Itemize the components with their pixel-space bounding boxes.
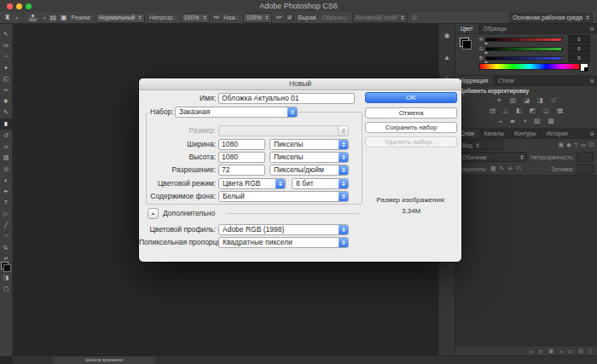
- tab-timeline[interactable]: Шкала времени: [53, 356, 155, 364]
- background-dropdown[interactable]: Белый: [218, 191, 349, 202]
- preset-dropdown[interactable]: Заказная: [175, 107, 298, 118]
- photo-filter-icon[interactable]: ◩: [530, 107, 536, 114]
- close-window-icon[interactable]: [7, 3, 13, 9]
- brush-picker-caret-icon[interactable]: ▾: [43, 15, 46, 20]
- lock-all-icon[interactable]: ⊓: [516, 165, 520, 172]
- zoom-tool[interactable]: ⚲: [0, 242, 13, 253]
- delete-preset-button[interactable]: Удалить набор...: [365, 136, 457, 147]
- lock-position-icon[interactable]: ✛: [507, 165, 513, 172]
- crop-tool[interactable]: ◱: [0, 73, 13, 84]
- gradient-tool[interactable]: ▨: [0, 152, 13, 163]
- color-spectrum-ramp[interactable]: [479, 63, 580, 70]
- tab-channels[interactable]: Каналы: [479, 129, 509, 138]
- pen-tool[interactable]: ✒: [0, 186, 13, 197]
- pixel-aspect-dropdown[interactable]: Квадратные пиксели: [218, 237, 349, 248]
- flow-dropdown[interactable]: 100%: [243, 13, 272, 23]
- black-white-chips[interactable]: [580, 63, 588, 72]
- vibrance-icon[interactable]: ▽: [551, 96, 556, 104]
- filter-shape-icon[interactable]: ▭: [581, 142, 587, 148]
- layer-filter-dropdown[interactable]: Вид: [459, 140, 503, 150]
- new-adjustment-layer-icon[interactable]: ◑: [559, 349, 562, 355]
- ignore-adjustment-layers-icon[interactable]: ⊘: [412, 14, 418, 22]
- size-dropdown[interactable]: [218, 125, 349, 136]
- panel-menu-icon[interactable]: ≣: [589, 129, 594, 138]
- layer-blend-mode-dropdown[interactable]: Обычные: [459, 152, 527, 162]
- shape-tool[interactable]: ╱: [0, 219, 13, 230]
- name-input[interactable]: Обложка Актуально 01: [218, 93, 355, 104]
- bit-depth-dropdown[interactable]: 8 бит: [292, 178, 349, 189]
- healing-brush-tool[interactable]: ✚: [0, 95, 13, 107]
- sample-dropdown[interactable]: Активный слой: [352, 13, 408, 23]
- tab-styles[interactable]: Стили: [493, 76, 519, 85]
- advanced-disclosure-button[interactable]: ▲: [148, 208, 159, 219]
- lasso-tool[interactable]: ∽: [0, 50, 13, 61]
- marquee-tool[interactable]: ▭: [0, 39, 13, 50]
- invert-icon[interactable]: ◒: [498, 117, 502, 124]
- sparkle-panel-icon[interactable]: ✱: [444, 32, 450, 40]
- width-input[interactable]: 1080: [218, 139, 265, 150]
- minimize-window-icon[interactable]: [16, 3, 22, 9]
- airbrush-icon[interactable]: ✑: [214, 14, 220, 22]
- color-mode-dropdown[interactable]: Цвета RGB: [218, 178, 286, 189]
- lock-transparency-icon[interactable]: ▦: [490, 165, 496, 172]
- curves-icon[interactable]: ◪: [524, 96, 530, 104]
- clone-source-panel-icon[interactable]: ▣: [61, 14, 67, 22]
- blur-tool[interactable]: ◎: [0, 163, 13, 174]
- width-unit-dropdown[interactable]: Пикселы: [270, 139, 349, 150]
- posterize-icon[interactable]: ▰: [510, 117, 515, 124]
- filter-type-icon[interactable]: T: [574, 142, 577, 148]
- brush-preset-picker[interactable]: 300: [27, 14, 38, 21]
- filter-smart-icon[interactable]: ⊡: [588, 142, 594, 148]
- color-profile-dropdown[interactable]: Adobe RGB (1998): [218, 224, 349, 235]
- hue-saturation-icon[interactable]: ▤: [490, 107, 496, 114]
- aligned-checkbox[interactable]: ✓: [286, 14, 293, 21]
- background-color-swatch[interactable]: [462, 40, 472, 49]
- green-slider[interactable]: [485, 47, 562, 51]
- tab-history[interactable]: История: [541, 129, 572, 138]
- brightness-contrast-icon[interactable]: ☀: [496, 96, 502, 104]
- red-value[interactable]: 0: [568, 35, 590, 43]
- hand-tool[interactable]: ☞: [0, 230, 13, 241]
- background-color-swatch[interactable]: [3, 264, 11, 272]
- tab-paths[interactable]: Контуры: [509, 129, 542, 138]
- new-layer-icon[interactable]: ⊞: [578, 348, 583, 355]
- resolution-input[interactable]: 72: [218, 165, 265, 176]
- threshold-icon[interactable]: ◑: [523, 117, 527, 124]
- layer-fill-field[interactable]: [577, 164, 594, 174]
- cancel-button[interactable]: Отмена: [365, 107, 457, 118]
- color-lookup-icon[interactable]: ▦: [557, 107, 563, 114]
- zoom-window-icon[interactable]: [26, 3, 32, 9]
- height-unit-dropdown[interactable]: Пикселы: [270, 152, 349, 163]
- dodge-tool[interactable]: ◐: [0, 174, 13, 185]
- path-selection-tool[interactable]: ▷: [0, 208, 13, 219]
- red-slider[interactable]: [485, 38, 562, 42]
- green-value[interactable]: 0: [568, 44, 590, 53]
- move-tool[interactable]: ↖: [0, 28, 13, 39]
- resolution-unit-dropdown[interactable]: Пикселы/дюйм: [270, 165, 349, 176]
- mountain-panel-icon[interactable]: ▲: [443, 54, 450, 61]
- selective-color-icon[interactable]: ▩: [548, 117, 554, 124]
- airbrush-toggle-icon[interactable]: ✑: [276, 14, 282, 22]
- blue-value[interactable]: 0: [568, 54, 590, 62]
- delete-layer-icon[interactable]: ▯: [588, 348, 592, 355]
- brush-panel-toggle-icon[interactable]: ▤: [49, 14, 56, 22]
- tool-preset-icon[interactable]: ♜: [4, 14, 10, 22]
- link-layers-icon[interactable]: ∞: [529, 349, 533, 355]
- dialog-title[interactable]: Новый: [139, 78, 461, 90]
- color-balance-icon[interactable]: △: [503, 107, 508, 114]
- screen-mode-button[interactable]: ▢: [0, 283, 13, 294]
- levels-icon[interactable]: ▥: [510, 96, 516, 104]
- new-group-icon[interactable]: ▭: [568, 348, 574, 355]
- lock-pixels-icon[interactable]: ✎: [500, 165, 505, 172]
- layers-list[interactable]: [455, 175, 597, 346]
- workspace-dropdown[interactable]: Основная рабочая среда: [509, 13, 593, 23]
- filter-adjustment-icon[interactable]: ◉: [566, 142, 571, 148]
- height-input[interactable]: 1080: [218, 152, 265, 163]
- tab-swatches[interactable]: Образцы: [478, 24, 512, 33]
- black-white-icon[interactable]: ◧: [516, 107, 522, 114]
- tab-color[interactable]: Цвет: [455, 24, 478, 33]
- quick-selection-tool[interactable]: ✦: [0, 62, 13, 73]
- eyedropper-tool[interactable]: ✑: [0, 84, 13, 95]
- history-brush-tool[interactable]: ↺: [0, 130, 13, 141]
- panel-menu-icon[interactable]: ≣: [589, 76, 594, 85]
